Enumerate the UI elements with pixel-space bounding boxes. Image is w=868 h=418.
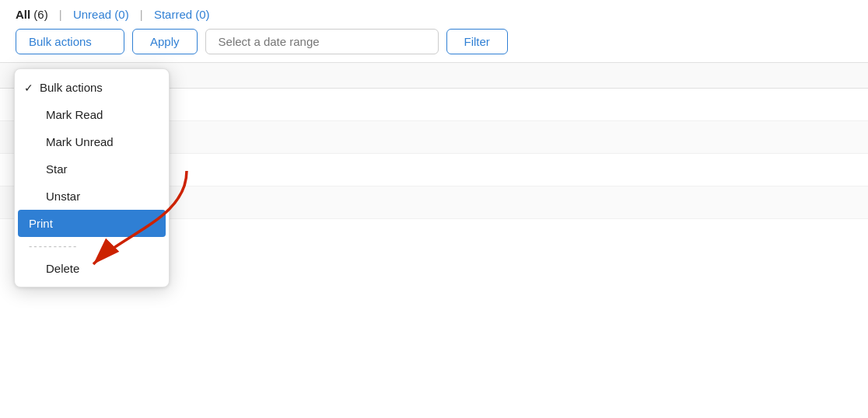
header-name-col: Name [84,69,852,82]
dropdown-item-label: Mark Unread [46,135,114,148]
dropdown-item-unstar[interactable]: Unstar [15,183,169,210]
dropdown-item-label: Bulk actions [40,81,103,94]
row-name: Millie Eloso [84,98,852,111]
dropdown-item-label: Print [29,217,53,230]
tabs-row: All (6) | Unread (0) | Starred (0) [0,0,868,21]
dropdown-item-label: Mark Read [46,108,103,121]
all-tab-label: All [16,8,30,21]
dropdown-item-mark-unread[interactable]: Mark Unread [15,128,169,155]
date-range-input[interactable] [205,29,439,54]
filter-button[interactable]: Filter [446,29,508,54]
row-name: Millie Eloso [84,163,852,176]
row-name: Pattie Paloma [84,131,852,144]
dropdown-item-label: Unstar [46,190,80,203]
dropdown-item-bulk-actions[interactable]: ✓ Bulk actions [15,74,169,101]
dropdown-separator: ---------- [15,237,169,255]
bulk-actions-dropdown: ✓ Bulk actions Mark Read Mark Unread Sta… [14,68,170,287]
starred-tab[interactable]: Starred (0) [154,8,210,21]
all-tab-count: (6) [30,8,48,21]
separator-2: | [137,8,146,21]
dropdown-item-star[interactable]: Star [15,155,169,183]
bulk-actions-button[interactable]: Bulk actions [16,29,124,54]
row-name: Pattie Paloma [84,196,852,209]
apply-button[interactable]: Apply [132,29,198,54]
main-container: All (6) | Unread (0) | Starred (0) Bulk … [0,0,868,418]
unread-tab[interactable]: Unread (0) [73,8,129,21]
dropdown-item-label: Star [46,162,68,176]
dropdown-item-mark-read[interactable]: Mark Read [15,101,169,128]
dropdown-item-delete[interactable]: Delete [15,255,169,282]
checkmark-icon: ✓ [24,82,33,94]
toolbar-row: Bulk actions Apply Filter [0,21,868,62]
dropdown-item-print[interactable]: Print [18,210,166,237]
separator-1: | [56,8,65,21]
dropdown-item-label: Delete [46,262,79,275]
